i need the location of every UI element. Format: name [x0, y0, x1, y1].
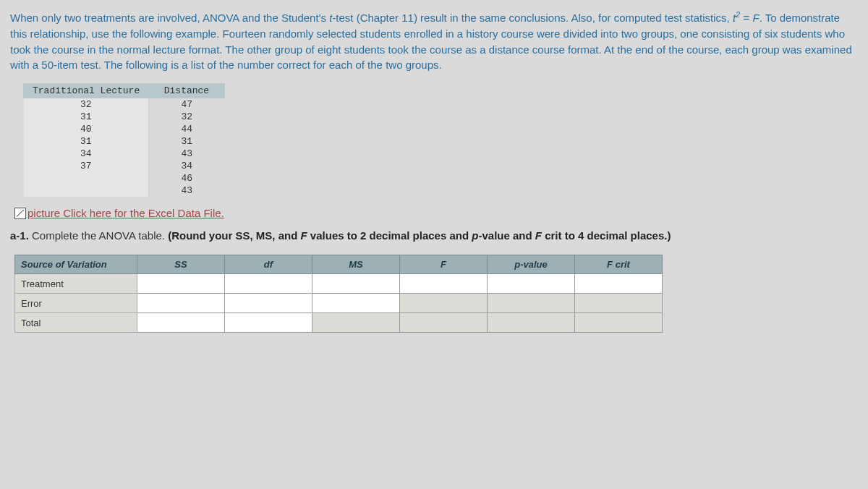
blank-cell: [400, 313, 488, 333]
anova-header-f: F: [400, 255, 488, 274]
row-label-total: Total: [15, 313, 137, 333]
table-row: Error: [15, 294, 663, 313]
input-treatment-pvalue[interactable]: [488, 274, 575, 294]
row-label-error: Error: [15, 294, 137, 313]
anova-header-df: df: [225, 255, 312, 274]
anova-header-pvalue: p-value: [488, 255, 575, 274]
blank-cell: [312, 313, 400, 333]
anova-header-ss: SS: [137, 255, 225, 274]
data-cell: [24, 184, 149, 197]
problem-pt1b: -test (Chapter 11) result in the same co…: [332, 12, 733, 24]
input-treatment-ms[interactable]: [312, 274, 400, 294]
blank-cell: [400, 294, 488, 313]
data-cell: [24, 172, 149, 184]
anova-table: Source of Variation SS df MS F p-value F…: [14, 255, 663, 333]
data-cell: 37: [24, 160, 149, 172]
anova-header-ms: MS: [312, 255, 400, 274]
data-cell: 34: [149, 160, 225, 172]
col-header-distance: Distance: [149, 84, 225, 98]
question-label: a-1.: [10, 229, 29, 242]
input-treatment-f[interactable]: [400, 274, 488, 294]
anova-header-source: Source of Variation: [15, 255, 137, 274]
row-label-treatment: Treatment: [15, 274, 137, 294]
table-row: Treatment: [15, 274, 663, 294]
data-cell: 31: [149, 135, 225, 148]
anova-header-fcrit: F crit: [575, 255, 663, 274]
input-total-df[interactable]: [225, 313, 312, 333]
input-total-ss[interactable]: [137, 313, 225, 333]
data-cell: 40: [24, 123, 149, 135]
question-text: Complete the ANOVA table.: [29, 229, 168, 242]
blank-cell: [488, 313, 575, 333]
equals: =: [740, 12, 752, 24]
data-cell: 43: [149, 148, 225, 160]
data-cell: 46: [149, 172, 225, 184]
data-cell: 31: [24, 111, 149, 123]
input-error-ms[interactable]: [312, 294, 400, 313]
input-treatment-fcrit[interactable]: [575, 274, 663, 294]
excel-link-row: picture Click here for the Excel Data Fi…: [14, 207, 858, 219]
data-cell: 47: [149, 98, 225, 111]
question-hint: (Round your SS, MS, and F values to 2 de…: [168, 229, 671, 242]
col-header-traditional: Traditional Lecture: [24, 84, 149, 98]
data-cell: 32: [149, 111, 225, 123]
problem-pt1: When only two treatments are involved, A…: [10, 12, 329, 24]
input-error-ss[interactable]: [137, 294, 225, 313]
t-squared: t2: [733, 12, 740, 24]
data-cell: 32: [24, 98, 149, 111]
data-table: Traditional Lecture Distance 3247 3132 4…: [23, 83, 858, 197]
question-line: a-1. Complete the ANOVA table. (Round yo…: [10, 229, 858, 242]
blank-cell: [575, 313, 663, 333]
table-row: Total: [15, 313, 663, 333]
broken-image-icon: [14, 208, 26, 219]
data-cell: 43: [149, 184, 225, 197]
excel-data-link[interactable]: picture Click here for the Excel Data Fi…: [27, 207, 224, 219]
blank-cell: [575, 294, 663, 313]
F-italic: F: [752, 12, 759, 24]
input-treatment-df[interactable]: [225, 274, 312, 294]
data-cell: 34: [24, 148, 149, 160]
data-cell: 31: [24, 135, 149, 148]
problem-text: When only two treatments are involved, A…: [10, 9, 858, 73]
input-error-df[interactable]: [225, 294, 312, 313]
data-cell: 44: [149, 123, 225, 135]
input-treatment-ss[interactable]: [137, 274, 225, 294]
blank-cell: [488, 294, 575, 313]
